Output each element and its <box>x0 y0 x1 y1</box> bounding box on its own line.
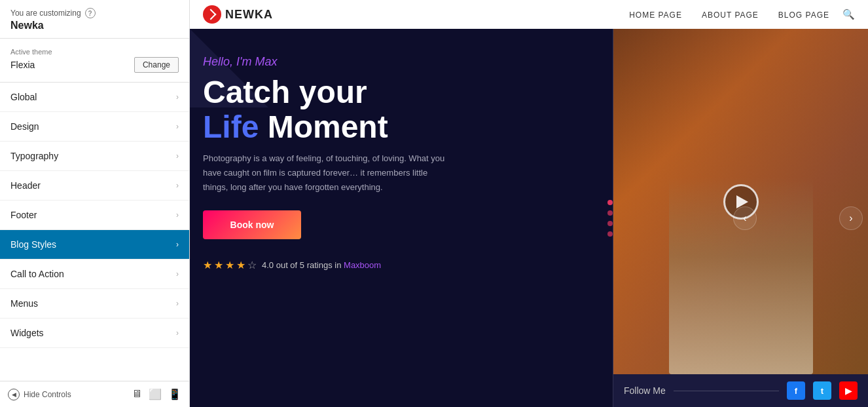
sidebar-item-call-to-action[interactable]: Call to Action › <box>0 260 189 289</box>
hero-section: Hello, I'm Max Catch your Life Moment Ph… <box>190 29 868 407</box>
site-logo: NEWKA <box>203 5 273 24</box>
sidebar-item-label: Call to Action <box>10 269 64 279</box>
hero-title: Catch your Life Moment <box>203 75 593 145</box>
chevron-right-icon: › <box>176 181 179 190</box>
ratings-text: 4.0 out of 5 ratings in Maxboom <box>262 260 381 270</box>
customizer-panel: You are customizing ? Newka Active theme… <box>0 0 190 407</box>
hero-content-left: Hello, I'm Max Catch your Life Moment Ph… <box>190 29 613 407</box>
sidebar-item-design[interactable]: Design › <box>0 112 189 142</box>
hero-title-line1: Catch your <box>203 75 367 109</box>
sidebar-item-blog-styles[interactable]: Blog Styles › <box>0 230 189 260</box>
chevron-right-icon: › <box>176 210 179 220</box>
slider-prev-button[interactable]: ‹ <box>733 206 757 230</box>
mobile-view-icon[interactable]: 📱 <box>168 388 181 400</box>
device-switcher: 🖥 ⬜ 📱 <box>132 388 181 400</box>
sidebar-item-header[interactable]: Header › <box>0 171 189 201</box>
chevron-right-icon: › <box>176 299 179 308</box>
chevron-right-icon: › <box>176 122 179 131</box>
youtube-icon[interactable]: ▶ <box>839 381 858 400</box>
sidebar-item-label: Widgets <box>10 328 44 338</box>
hide-controls-button[interactable]: ◀ Hide Controls <box>8 389 126 400</box>
customizing-label: You are customizing <box>10 9 81 18</box>
hide-controls-label: Hide Controls <box>24 390 71 399</box>
active-theme-label: Active theme <box>10 48 179 56</box>
sidebar-item-global[interactable]: Global › <box>0 83 189 112</box>
slider-dot-1[interactable] <box>607 200 613 205</box>
star-2: ★ <box>214 259 223 271</box>
logo-icon <box>203 5 221 24</box>
star-5: ☆ <box>247 259 257 271</box>
follow-bar: Follow Me f t ▶ <box>613 374 868 407</box>
preview-area: NEWKA HOME PAGE ABOUT PAGE BLOG PAGE 🔍 H… <box>190 0 868 407</box>
slider-dot-4[interactable] <box>607 231 613 237</box>
chevron-right-icon: › <box>176 151 179 161</box>
help-icon[interactable]: ? <box>85 8 96 18</box>
customizer-header: You are customizing ? Newka <box>0 0 189 39</box>
star-rating: ★ ★ ★ ★ ☆ <box>203 259 257 271</box>
hero-title-life: Life <box>203 109 259 144</box>
active-theme-section: Active theme Flexia Change <box>0 39 189 83</box>
theme-name-label: Newka <box>10 20 179 31</box>
change-theme-button[interactable]: Change <box>134 57 179 73</box>
hero-title-moment: Moment <box>259 109 388 144</box>
twitter-icon[interactable]: t <box>813 381 831 400</box>
nav-link-blog[interactable]: BLOG PAGE <box>778 9 829 20</box>
nav-links-list: HOME PAGE ABOUT PAGE BLOG PAGE <box>629 9 829 20</box>
sidebar-item-label: Design <box>10 121 39 132</box>
sidebar-item-label: Typography <box>10 151 58 161</box>
tablet-view-icon[interactable]: ⬜ <box>149 388 162 400</box>
sidebar-item-label: Global <box>10 92 37 102</box>
hero-greeting: Hello, I'm Max <box>203 55 593 69</box>
hero-description: Photography is a way of feeling, of touc… <box>203 151 452 195</box>
sidebar-item-label: Footer <box>10 210 37 220</box>
star-1: ★ <box>203 259 212 271</box>
desktop-view-icon[interactable]: 🖥 <box>132 388 142 400</box>
follow-me-text: Follow Me <box>624 385 666 396</box>
search-icon[interactable]: 🔍 <box>842 9 855 20</box>
slider-dots <box>607 200 613 237</box>
preview-navbar: NEWKA HOME PAGE ABOUT PAGE BLOG PAGE 🔍 <box>190 0 868 29</box>
chevron-right-icon: › <box>176 269 179 279</box>
sidebar-item-label: Blog Styles <box>10 239 56 250</box>
chevron-right-icon: › <box>176 328 179 338</box>
nav-link-home[interactable]: HOME PAGE <box>629 9 682 20</box>
active-theme-value: Flexia <box>10 60 35 70</box>
sidebar-item-label: Menus <box>10 298 38 309</box>
sidebar-item-widgets[interactable]: Widgets › <box>0 319 189 348</box>
slider-dot-3[interactable] <box>607 221 613 226</box>
hide-controls-icon: ◀ <box>8 389 20 400</box>
ratings-row: ★ ★ ★ ★ ☆ 4.0 out of 5 ratings in Maxboo… <box>203 259 593 271</box>
bottom-controls-bar: ◀ Hide Controls 🖥 ⬜ 📱 <box>0 381 189 407</box>
book-now-button[interactable]: Book now <box>203 210 301 239</box>
facebook-icon[interactable]: f <box>787 381 805 400</box>
chevron-right-icon: › <box>176 92 179 102</box>
sidebar-item-footer[interactable]: Footer › <box>0 201 189 230</box>
rating-brand-link[interactable]: Maxboom <box>344 260 381 270</box>
star-4: ★ <box>236 259 245 271</box>
sidebar-item-typography[interactable]: Typography › <box>0 142 189 171</box>
video-thumbnail[interactable] <box>613 29 868 374</box>
customizer-nav-list: Global › Design › Typography › Header › … <box>0 83 189 381</box>
chevron-right-icon: › <box>176 240 179 249</box>
follow-divider <box>674 391 779 391</box>
sidebar-item-menus[interactable]: Menus › <box>0 289 189 319</box>
nav-link-about[interactable]: ABOUT PAGE <box>702 9 759 20</box>
star-3: ★ <box>225 259 234 271</box>
rating-value-text: 4.0 out of 5 ratings in <box>262 260 341 270</box>
slider-next-button[interactable]: › <box>839 206 863 230</box>
sidebar-item-label: Header <box>10 180 41 191</box>
slider-dot-2[interactable] <box>607 210 613 216</box>
logo-text: NEWKA <box>225 8 273 22</box>
